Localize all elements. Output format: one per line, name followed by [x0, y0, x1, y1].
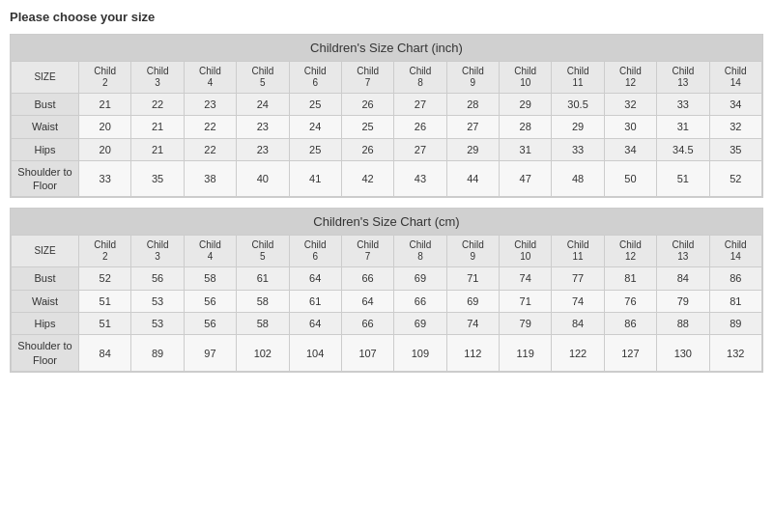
- table-cell: Child 11: [552, 62, 604, 94]
- table-cell: 119: [500, 335, 552, 372]
- table-cell: 33: [79, 160, 131, 197]
- table-cell: 51: [79, 313, 131, 335]
- table-cell: 64: [289, 313, 341, 335]
- table-cell: 27: [446, 116, 499, 138]
- table-cell: 30: [604, 116, 656, 138]
- table-cell: 71: [500, 290, 552, 312]
- table-cell: 20: [79, 138, 131, 160]
- table-cell: Child 14: [709, 236, 762, 267]
- table-cell: 58: [184, 267, 236, 290]
- table-cell: Child 13: [657, 236, 709, 267]
- table-cell: 27: [394, 94, 446, 116]
- table-cell: 33: [552, 138, 604, 160]
- table-cell: 38: [184, 160, 236, 197]
- row-label: Shoulder to Floor: [12, 335, 79, 372]
- table-cell: Child 2: [79, 62, 131, 94]
- table-cell: 84: [79, 335, 131, 372]
- table-row: Shoulder to Floor33353840414243444748505…: [12, 160, 762, 197]
- table-cell: 24: [289, 116, 341, 138]
- table-cell: 50: [604, 160, 656, 197]
- table-cell: 33: [657, 94, 709, 116]
- table-cell: 69: [394, 313, 446, 335]
- table-cell: 28: [500, 116, 552, 138]
- table-cell: 107: [341, 335, 393, 372]
- table-cell: Child 10: [500, 236, 552, 267]
- table-cell: 20: [79, 116, 131, 138]
- row-label: SIZE: [12, 236, 79, 267]
- table-cell: 69: [394, 267, 446, 290]
- table-cell: 74: [500, 267, 552, 290]
- table-row: SIZEChild 2Child 3Child 4Child 5Child 6C…: [12, 62, 762, 94]
- table-cell: Child 5: [237, 62, 289, 94]
- table-cell: 26: [341, 94, 393, 116]
- table-row: SIZEChild 2Child 3Child 4Child 5Child 6C…: [12, 236, 762, 267]
- table-row: Waist51535658616466697174767981: [12, 290, 762, 312]
- table-cell: 47: [500, 160, 552, 197]
- table-cell: Child 10: [500, 62, 552, 94]
- row-label: Bust: [12, 267, 79, 290]
- table-cell: Child 5: [237, 236, 289, 267]
- table-cell: 61: [237, 267, 289, 290]
- table-cell: 86: [709, 267, 762, 290]
- cm-chart-header: Children's Size Chart (cm): [11, 209, 762, 235]
- inch-chart-section: Children's Size Chart (inch) SIZEChild 2…: [10, 34, 763, 198]
- table-cell: 84: [552, 313, 604, 335]
- table-cell: 22: [131, 94, 184, 116]
- table-cell: 31: [500, 138, 552, 160]
- table-cell: 21: [79, 94, 131, 116]
- table-cell: 51: [79, 290, 131, 312]
- table-cell: 64: [289, 267, 341, 290]
- table-cell: 34: [604, 138, 656, 160]
- table-cell: 21: [131, 116, 184, 138]
- table-cell: 77: [552, 267, 604, 290]
- table-row: Hips202122232526272931333434.535: [12, 138, 762, 160]
- table-cell: 31: [657, 116, 709, 138]
- table-cell: Child 8: [394, 236, 446, 267]
- table-cell: 74: [446, 313, 499, 335]
- table-cell: 61: [289, 290, 341, 312]
- table-cell: 29: [552, 116, 604, 138]
- table-cell: 52: [79, 267, 131, 290]
- table-cell: 104: [289, 335, 341, 372]
- table-cell: 79: [657, 290, 709, 312]
- table-row: Hips51535658646669747984868889: [12, 313, 762, 335]
- table-cell: Child 2: [79, 236, 131, 267]
- table-cell: 21: [131, 138, 184, 160]
- table-cell: 66: [341, 313, 393, 335]
- table-cell: 28: [446, 94, 499, 116]
- table-cell: 71: [446, 267, 499, 290]
- table-cell: 97: [184, 335, 236, 372]
- table-cell: Child 13: [657, 62, 709, 94]
- table-cell: 84: [657, 267, 709, 290]
- table-cell: 56: [184, 290, 236, 312]
- table-cell: 34: [709, 94, 762, 116]
- table-cell: Child 3: [131, 236, 184, 267]
- table-cell: 102: [237, 335, 289, 372]
- table-cell: Child 6: [289, 236, 341, 267]
- table-cell: 53: [131, 313, 184, 335]
- table-cell: 24: [237, 94, 289, 116]
- table-cell: 40: [237, 160, 289, 197]
- table-cell: 32: [709, 116, 762, 138]
- table-cell: 64: [341, 290, 393, 312]
- table-cell: 25: [341, 116, 393, 138]
- table-cell: 52: [709, 160, 762, 197]
- table-cell: 35: [709, 138, 762, 160]
- table-cell: 26: [394, 116, 446, 138]
- row-label: Bust: [12, 94, 79, 116]
- table-cell: 22: [184, 138, 236, 160]
- table-cell: Child 12: [604, 236, 656, 267]
- table-cell: 89: [709, 313, 762, 335]
- table-cell: 25: [289, 138, 341, 160]
- table-cell: 42: [341, 160, 393, 197]
- table-cell: Child 7: [341, 62, 393, 94]
- table-cell: 69: [446, 290, 499, 312]
- table-cell: 58: [237, 313, 289, 335]
- table-cell: 56: [131, 267, 184, 290]
- table-cell: Child 9: [446, 236, 499, 267]
- table-cell: 109: [394, 335, 446, 372]
- table-cell: 81: [709, 290, 762, 312]
- table-cell: 23: [237, 116, 289, 138]
- table-cell: 44: [446, 160, 499, 197]
- table-row: Bust21222324252627282930.5323334: [12, 94, 762, 116]
